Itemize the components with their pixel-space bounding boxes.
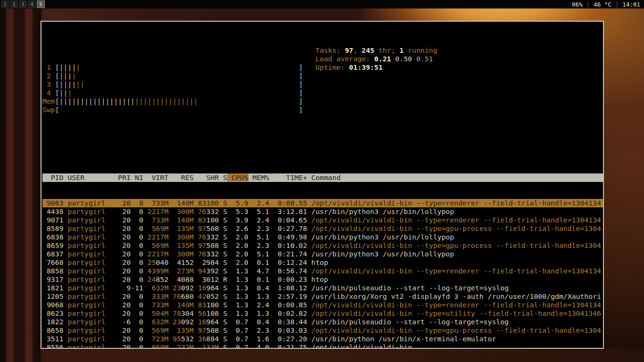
process-row[interactable]: 6837 partygirl 20 0 2217M 300M 76332 S 2… — [42, 250, 603, 258]
process-row[interactable]: 3511 partygirl 20 0 723M 95532 36884 S 0… — [42, 335, 603, 343]
workspace-button-4[interactable]: 4 — [28, 0, 36, 8]
workspace-list: 12345 — [0, 0, 45, 8]
terminal-window[interactable]: 1 [||||| ] 2 [|||| ] 3 [|||||| ] 4 [||| — [41, 21, 604, 349]
pri-cell: 20 — [106, 309, 131, 317]
process-row[interactable]: 6838 partygirl 20 0 2217M 300M 76332 S 2… — [42, 233, 603, 241]
column-header-command[interactable]: Command — [307, 173, 340, 181]
cpu-cell: 2.0 — [227, 233, 248, 241]
mem-value: 2984 — [202, 258, 219, 266]
ni-cell: 0 — [131, 250, 143, 258]
time-cell: 0:49.98 — [269, 233, 307, 241]
load-1min: 0.21 — [374, 55, 391, 63]
user-cell: partygirl — [67, 343, 105, 349]
pri-cell: -6 — [106, 318, 131, 326]
time-cell: 0:00.23 — [269, 275, 307, 283]
mem-value: 135M — [177, 326, 194, 334]
workspace-button-5[interactable]: 5 — [37, 0, 45, 8]
mem-value: 300M — [177, 233, 194, 241]
pri-cell: 20 — [106, 216, 131, 224]
ni-cell: 0 — [131, 216, 143, 224]
meter-bracket: ] — [298, 97, 303, 105]
time-cell: 0:02.82 — [269, 309, 307, 317]
pid-cell: 6838 — [42, 233, 64, 241]
meter-bracket: ] — [298, 80, 303, 88]
column-header-res[interactable]: RES — [168, 173, 193, 181]
column-header-user[interactable]: USER — [64, 173, 106, 181]
mem-value-kb: 092 — [181, 318, 194, 326]
column-header-cpu[interactable]: CPU% — [227, 173, 248, 181]
workspace-button-2[interactable]: 2 — [10, 0, 18, 8]
cpu-cell: 1.3 — [227, 275, 248, 283]
process-row[interactable]: 4438 partygirl 20 0 2217M 300M 76332 S 5… — [42, 207, 603, 216]
column-header-shr[interactable]: SHR — [194, 173, 219, 181]
time-cell: 0:10.02 — [269, 241, 307, 249]
state-cell: S — [219, 233, 227, 241]
cpu-cell: 2.0 — [227, 241, 248, 249]
i3status: 06% | 46 °C | 14:01 — [572, 1, 644, 8]
process-table: 9063 partygirl 20 0 733M 140M 83100 S 5.… — [42, 199, 603, 349]
mem-value: 300M — [177, 250, 194, 258]
process-row[interactable]: 8658 partygirl 20 0 569M 135M 97508 S 0.… — [42, 326, 603, 335]
column-header-pid[interactable]: PID — [42, 173, 64, 181]
process-row[interactable]: 8589 partygirl 20 0 569M 135M 97508 S 2.… — [42, 224, 603, 233]
workspace-button-1[interactable]: 1 — [1, 0, 9, 8]
pri-cell: 20 — [106, 326, 131, 334]
meter-bars-cache: || — [76, 80, 84, 88]
pid-cell: 8658 — [42, 326, 64, 334]
process-row[interactable]: 8858 partygirl 20 0 4399M 273M 94392 S 1… — [42, 267, 603, 275]
pri-cell: 20 — [106, 241, 131, 249]
process-row[interactable]: 8556 partygirl 20 0 860M 232M 133M S 0.7… — [42, 343, 603, 349]
table-header[interactable]: PID USER PRI NI VIRT RES SHR S CPU% MEM%… — [42, 173, 603, 182]
mem-value-mb: 23 — [173, 284, 181, 292]
mem-value-mb: 95 — [173, 335, 181, 343]
command-cell: /usr/bin/pulseaudio --start --log-target… — [311, 318, 509, 326]
mem-value-mb: 24 — [148, 275, 156, 283]
column-header-pri[interactable]: PRI — [106, 173, 131, 181]
user-cell: partygirl — [67, 199, 105, 207]
mem-value-kb: 508 — [206, 326, 219, 334]
command-cell: /opt/vivaldi/vivaldi-bin --type=renderer… — [311, 267, 601, 275]
mem-value: 140M — [177, 216, 194, 224]
pid-cell: 8556 — [42, 343, 64, 349]
time-cell: 1:08.12 — [269, 284, 307, 292]
mem-value-kb: 884 — [206, 335, 219, 343]
process-row[interactable]: 8659 partygirl 20 0 569M 135M 97508 S 2.… — [42, 241, 603, 250]
mem-value: 2217M — [148, 233, 169, 241]
pid-cell: 8858 — [42, 267, 64, 275]
column-header-virt[interactable]: VIRT — [143, 173, 168, 181]
user-cell: partygirl — [67, 224, 105, 232]
process-row[interactable]: 9071 partygirl 20 0 733M 140M 83100 S 3.… — [42, 216, 603, 224]
workspace-button-3[interactable]: 3 — [19, 0, 27, 8]
memory-meter: Mem[||||||||||||||||||||||||||||||||| ] — [42, 97, 603, 106]
mem-value: 300M — [177, 207, 194, 215]
process-row[interactable]: 8623 partygirl 20 0 504M 78304 56108 S 1… — [42, 309, 603, 318]
process-row[interactable]: 1821 partygirl 9-11 632M 23092 16964 S 1… — [42, 284, 603, 292]
summary-section: Tasks: 97, 245 thr; 1 runningLoad averag… — [315, 46, 437, 72]
column-header-time[interactable]: TIME+ — [269, 173, 307, 181]
mem-cell: 1.3 — [248, 309, 270, 317]
load-5min: 0.50 — [395, 55, 412, 63]
column-header-mem[interactable]: MEM% — [248, 173, 270, 181]
command-cell: htop — [311, 258, 328, 266]
process-row[interactable]: 9063 partygirl 20 0 733M 140M 83100 S 5.… — [42, 199, 603, 207]
process-row[interactable]: 1822 partygirl -6 0 632M 23092 16964 S 0… — [42, 318, 603, 326]
mem-cell: 2.3 — [248, 326, 270, 334]
process-row[interactable]: 1205 partygirl 20 0 333M 76680 42052 S 1… — [42, 292, 603, 301]
mem-value-kb: 100 — [206, 216, 219, 224]
mem-cell: 4.7 — [248, 267, 270, 275]
process-row[interactable]: 7668 partygirl 20 0 25040 4152 2984 S 2.… — [42, 258, 603, 267]
command-cell: /usr/bin/python3 /usr/bin/lollypop — [311, 250, 454, 258]
mem-value-kb: 052 — [206, 292, 219, 300]
process-row[interactable]: 9068 partygirl 20 0 733M 140M 83100 S 1.… — [42, 301, 603, 309]
user-cell: partygirl — [67, 335, 105, 343]
uptime-label: Uptime: — [315, 63, 349, 71]
column-header-s[interactable]: S — [219, 173, 227, 181]
process-row[interactable]: 9317 partygirl 20 0 24852 4088 3012 R 1.… — [42, 275, 603, 284]
mem-value: 135M — [177, 241, 194, 249]
column-header-ni[interactable]: NI — [131, 173, 143, 181]
ni-cell: -11 — [131, 284, 143, 292]
mem-cell: 2.4 — [248, 199, 270, 207]
state-cell: S — [219, 267, 227, 275]
state-cell: S — [219, 199, 227, 207]
meter-label: 1 — [42, 63, 55, 71]
